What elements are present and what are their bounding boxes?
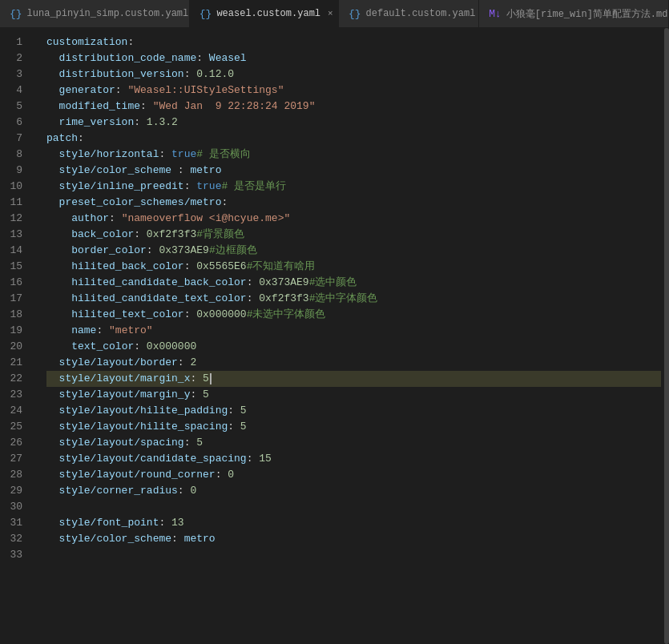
line-number-1: 1 bbox=[6, 34, 22, 50]
code-line-12: author: "nameoverflow <i@hcyue.me>" bbox=[46, 211, 661, 227]
scrollbar[interactable] bbox=[661, 28, 669, 644]
code-line-21: style/layout/border: 2 bbox=[46, 355, 661, 371]
line-number-2: 2 bbox=[6, 50, 22, 66]
line-number-15: 15 bbox=[6, 259, 22, 275]
code-line-16: hilited_candidate_back_color: 0x373AE9#选… bbox=[46, 275, 661, 291]
code-line-10: style/inline_preedit: true# 是否是单行 bbox=[46, 179, 661, 195]
line-number-3: 3 bbox=[6, 66, 22, 83]
code-line-26: style/layout/spacing: 5 bbox=[46, 435, 661, 451]
line-number-23: 23 bbox=[6, 387, 22, 403]
tab-label-tab2: weasel.custom.yaml bbox=[216, 8, 320, 19]
code-line-14: border_color: 0x373AE9#边框颜色 bbox=[46, 243, 661, 259]
tab-bar: {}luna_pinyin_simp.custom.yaml{}weasel.c… bbox=[0, 0, 669, 28]
line-number-21: 21 bbox=[6, 355, 22, 371]
line-number-18: 18 bbox=[6, 307, 22, 323]
line-number-26: 26 bbox=[6, 435, 22, 451]
code-line-3: distribution_version: 0.12.0 bbox=[46, 66, 661, 83]
code-line-24: style/layout/hilite_padding: 5 bbox=[46, 403, 661, 419]
code-line-13: back_color: 0xf2f3f3#背景颜色 bbox=[46, 227, 661, 243]
code-line-1: customization: bbox=[46, 34, 661, 50]
line-number-30: 30 bbox=[6, 499, 22, 515]
tab-label-tab3: default.custom.yaml bbox=[366, 8, 476, 19]
line-number-6: 6 bbox=[6, 115, 22, 131]
code-line-8: style/horizontal: true# 是否横向 bbox=[46, 147, 661, 163]
cursor bbox=[210, 373, 212, 384]
line-number-12: 12 bbox=[6, 211, 22, 227]
line-number-4: 4 bbox=[6, 83, 22, 99]
code-line-19: name: "metro" bbox=[46, 323, 661, 339]
line-number-17: 17 bbox=[6, 291, 22, 307]
line-number-31: 31 bbox=[6, 515, 22, 531]
code-line-17: hilited_candidate_text_color: 0xf2f3f3#选… bbox=[46, 291, 661, 307]
tab-label-tab1: luna_pinyin_simp.custom.yaml bbox=[27, 8, 189, 19]
tab-icon-tab3: {} bbox=[349, 8, 361, 20]
line-number-11: 11 bbox=[6, 195, 22, 211]
line-number-5: 5 bbox=[6, 99, 22, 115]
line-number-10: 10 bbox=[6, 179, 22, 195]
code-line-5: modified_time: "Wed Jan 9 22:28:24 2019" bbox=[46, 99, 661, 115]
tab-label-tab4: 小狼毫[rime_win]简单配置方法.md bbox=[506, 7, 668, 21]
code-line-31: style/font_point: 13 bbox=[46, 515, 661, 531]
code-line-27: style/layout/candidate_spacing: 15 bbox=[46, 451, 661, 467]
tab-tab3[interactable]: {}default.custom.yaml bbox=[339, 0, 479, 27]
line-number-9: 9 bbox=[6, 163, 22, 179]
line-number-27: 27 bbox=[6, 451, 22, 467]
code-line-30 bbox=[46, 499, 661, 515]
code-line-20: text_color: 0x000000 bbox=[46, 339, 661, 355]
line-number-28: 28 bbox=[6, 467, 22, 483]
tab-icon-tab4: M↓ bbox=[489, 8, 502, 20]
code-line-25: style/layout/hilite_spacing: 5 bbox=[46, 419, 661, 435]
code-line-18: hilited_text_color: 0x000000#未选中字体颜色 bbox=[46, 307, 661, 323]
code-line-6: rime_version: 1.3.2 bbox=[46, 115, 661, 131]
line-number-24: 24 bbox=[6, 403, 22, 419]
line-number-22: 22 bbox=[6, 371, 22, 387]
code-line-29: style/corner_radius: 0 bbox=[46, 483, 661, 499]
editor-area: 1234567891011121314151617181920212223242… bbox=[0, 28, 669, 644]
code-line-33 bbox=[46, 547, 661, 563]
line-number-33: 33 bbox=[6, 547, 22, 563]
code-content[interactable]: customization: distribution_code_name: W… bbox=[34, 28, 661, 644]
code-line-15: hilited_back_color: 0x5565E6#不知道有啥用 bbox=[46, 259, 661, 275]
line-number-29: 29 bbox=[6, 483, 22, 499]
line-numbers: 1234567891011121314151617181920212223242… bbox=[0, 28, 34, 644]
line-number-13: 13 bbox=[6, 227, 22, 243]
tab-icon-tab2: {} bbox=[199, 8, 212, 20]
line-number-25: 25 bbox=[6, 419, 22, 435]
line-number-16: 16 bbox=[6, 275, 22, 291]
code-line-22: style/layout/margin_x: 5 bbox=[46, 371, 661, 387]
code-line-9: style/color_scheme : metro bbox=[46, 163, 661, 179]
line-number-20: 20 bbox=[6, 339, 22, 355]
line-number-7: 7 bbox=[6, 131, 22, 147]
tab-tab2[interactable]: {}weasel.custom.yaml× bbox=[190, 0, 339, 27]
line-number-8: 8 bbox=[6, 147, 22, 163]
code-line-11: preset_color_schemes/metro: bbox=[46, 195, 661, 211]
tab-tab1[interactable]: {}luna_pinyin_simp.custom.yaml bbox=[0, 0, 190, 27]
tab-close-tab2[interactable]: × bbox=[325, 8, 336, 19]
code-line-28: style/layout/round_corner: 0 bbox=[46, 467, 661, 483]
line-number-14: 14 bbox=[6, 243, 22, 259]
line-number-19: 19 bbox=[6, 323, 22, 339]
code-line-4: generator: "Weasel::UIStyleSettings" bbox=[46, 83, 661, 99]
scrollbar-thumb[interactable] bbox=[664, 28, 669, 644]
tab-icon-tab1: {} bbox=[10, 8, 22, 20]
tab-tab4[interactable]: M↓小狼毫[rime_win]简单配置方法.md bbox=[479, 0, 669, 27]
code-line-7: patch: bbox=[46, 131, 661, 147]
code-line-23: style/layout/margin_y: 5 bbox=[46, 387, 661, 403]
code-line-32: style/color_scheme: metro bbox=[46, 531, 661, 547]
line-number-32: 32 bbox=[6, 531, 22, 547]
code-line-2: distribution_code_name: Weasel bbox=[46, 50, 661, 66]
